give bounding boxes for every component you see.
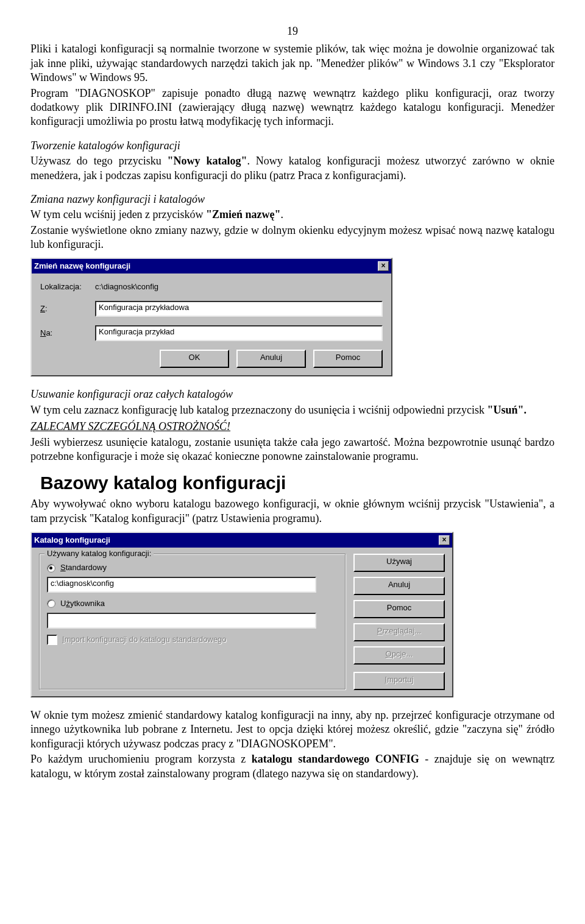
text-bold: katalogu standardowego CONFIG	[252, 753, 419, 765]
text-bold: "Zmień nazwę"	[206, 208, 280, 220]
use-button[interactable]: Używaj	[353, 554, 445, 572]
paragraph-rename-2: Zostanie wyświetlone okno zmiany nazwy, …	[30, 224, 555, 252]
text: W tym celu zaznacz konfigurację lub kata…	[30, 404, 487, 416]
radio-user[interactable]	[47, 599, 55, 608]
close-icon[interactable]: ×	[378, 261, 389, 271]
user-path-input[interactable]	[47, 613, 316, 629]
rename-config-dialog: Zmień nazwę konfiguracji × Lokalizacja: …	[30, 258, 392, 376]
radio-user-row[interactable]: Użytkownika	[47, 599, 338, 609]
text-bold: "Nowy katalog"	[168, 155, 247, 167]
text: .	[281, 208, 284, 220]
warning-paragraph: Jeśli wybierzesz usunięcie katalogu, zos…	[30, 436, 555, 464]
import-button[interactable]: Importuj	[353, 672, 445, 690]
paragraph-rename-1: W tym celu wciśnij jeden z przycisków "Z…	[30, 208, 555, 222]
location-value: c:\diagnosk\config	[95, 282, 158, 292]
standard-path-input[interactable]: c:\diagnosk\config	[47, 577, 316, 593]
radio-standard[interactable]	[47, 564, 55, 573]
import-checkbox[interactable]	[47, 635, 57, 645]
cancel-button[interactable]: Anuluj	[236, 350, 306, 368]
from-input[interactable]: Konfiguracja przykładowa	[95, 301, 383, 317]
paragraph-create: Używasz do tego przycisku "Nowy katalog"…	[30, 154, 555, 183]
ok-button[interactable]: OK	[160, 350, 229, 368]
radio-user-label: Użytkownika	[60, 599, 105, 609]
options-button[interactable]: Opcje...	[353, 646, 445, 665]
from-label: Z:	[40, 304, 95, 314]
subheading-create: Tworzenie katalogów konfiguracji	[30, 139, 555, 153]
import-checkbox-label: Import konfiguracji do katalogu standard…	[62, 635, 227, 645]
section-paragraph: Aby wywoływać okno wyboru katalogu bazow…	[30, 497, 555, 526]
cancel-button[interactable]: Anuluj	[353, 577, 445, 595]
to-input[interactable]: Konfiguracja przykład	[95, 325, 383, 341]
location-label: Lokalizacja:	[40, 282, 95, 292]
close-icon[interactable]: ×	[439, 535, 450, 545]
paragraph-delete: W tym celu zaznacz konfigurację lub kata…	[30, 403, 555, 417]
text: Używasz do tego przycisku	[30, 155, 168, 167]
groupbox-title: Używany katalog konfiguracji:	[44, 549, 154, 559]
paragraph-end-2: Po każdym uruchomieniu program korzysta …	[30, 752, 555, 781]
dialog-titlebar[interactable]: Zmień nazwę konfiguracji ×	[32, 259, 391, 273]
warning-heading: ZALECAMY SZCZEGÓLNĄ OSTROŻNOŚĆ!	[30, 420, 555, 434]
browse-button[interactable]: Przeglądaj...	[353, 623, 445, 641]
section-heading-base-config: Bazowy katalog konfiguracji	[40, 471, 555, 495]
to-label: Na:	[40, 328, 95, 339]
text: Po każdym uruchomieniu program korzysta …	[30, 753, 252, 765]
config-folder-dialog: Katalog konfiguracji × Używany katalog k…	[30, 532, 453, 697]
text: W tym celu wciśnij jeden z przycisków	[30, 208, 206, 220]
page-number: 19	[30, 24, 555, 38]
dialog-button-column: Używaj Anuluj Pomoc Przeglądaj... Opcje.…	[353, 554, 445, 690]
subheading-delete: Usuwanie konfiguracji oraz całych katalo…	[30, 387, 555, 401]
radio-standard-row[interactable]: Standardowy	[47, 563, 338, 573]
dialog-title: Katalog konfiguracji	[34, 535, 110, 546]
import-checkbox-row[interactable]: Import konfiguracji do katalogu standard…	[47, 635, 338, 645]
help-button[interactable]: Pomoc	[313, 350, 383, 368]
paragraph-1: Pliki i katalogi konfiguracji są normaln…	[30, 42, 555, 85]
text-bold: "Usuń".	[487, 404, 526, 416]
help-button[interactable]: Pomoc	[353, 600, 445, 618]
subheading-rename: Zmiana nazwy konfiguracji i katalogów	[30, 192, 555, 206]
radio-standard-label: Standardowy	[60, 563, 107, 573]
paragraph-end-1: W oknie tym możesz zmienić standardowy k…	[30, 708, 555, 751]
dialog-titlebar[interactable]: Katalog konfiguracji ×	[32, 533, 452, 548]
paragraph-2: Program "DIAGNOSKOP" zapisuje ponadto dł…	[30, 86, 555, 129]
used-folder-groupbox: Używany katalog konfiguracji: Standardow…	[39, 554, 346, 690]
dialog-title: Zmień nazwę konfiguracji	[34, 261, 130, 272]
